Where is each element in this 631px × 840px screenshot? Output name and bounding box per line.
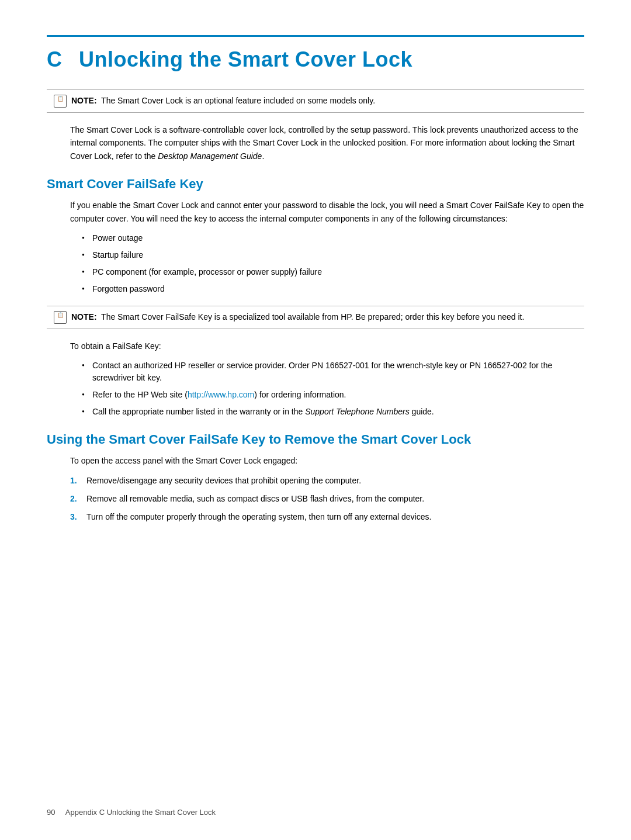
- intro-italic: Desktop Management Guide: [158, 151, 262, 161]
- obtain-italic: Support Telephone Numbers: [305, 407, 410, 416]
- list-item: Call the appropriate number listed in th…: [82, 406, 584, 418]
- obtain-bullet-list: Contact an authorized HP reseller or ser…: [82, 359, 584, 418]
- section2-heading: Using the Smart Cover FailSafe Key to Re…: [47, 432, 584, 447]
- note-icon-1: 📋: [54, 95, 67, 108]
- chapter-letter: C: [47, 47, 63, 71]
- section1-intro: If you enable the Smart Cover Lock and c…: [70, 199, 584, 225]
- list-item: Refer to the HP Web site (http://www.hp.…: [82, 389, 584, 401]
- chapter-heading: C Unlocking the Smart Cover Lock: [47, 47, 584, 72]
- note-text-1: NOTE: The Smart Cover Lock is an optiona…: [71, 95, 375, 107]
- footer-text: Appendix C Unlocking the Smart Cover Loc…: [65, 808, 216, 817]
- intro-paragraph: The Smart Cover Lock is a software-contr…: [70, 123, 584, 163]
- note-box-1: 📋 NOTE: The Smart Cover Lock is an optio…: [47, 89, 584, 113]
- obtain-label: To obtain a FailSafe Key:: [70, 340, 584, 352]
- note-box-2: 📋 NOTE: The Smart Cover FailSafe Key is …: [47, 306, 584, 329]
- hp-url-link[interactable]: http://www.hp.com: [188, 390, 254, 399]
- list-item: PC component (for example, processor or …: [82, 266, 584, 278]
- list-item: Turn off the computer properly through t…: [70, 511, 584, 523]
- chapter-title-text: Unlocking the Smart Cover Lock: [79, 47, 412, 71]
- page-footer: 90 Appendix C Unlocking the Smart Cover …: [47, 808, 216, 817]
- list-item: Remove all removable media, such as comp…: [70, 493, 584, 505]
- page: C Unlocking the Smart Cover Lock 📋 NOTE:…: [0, 0, 631, 840]
- note-icon-2: 📋: [54, 311, 67, 324]
- footer-page-number: 90: [47, 808, 55, 817]
- list-item: Startup failure: [82, 249, 584, 261]
- list-item: Contact an authorized HP reseller or ser…: [82, 359, 584, 384]
- section1-heading: Smart Cover FailSafe Key: [47, 177, 584, 192]
- list-item: Remove/disengage any security devices th…: [70, 475, 584, 487]
- section1-bullet-list: Power outage Startup failure PC componen…: [82, 232, 584, 295]
- note-text-2: NOTE: The Smart Cover FailSafe Key is a …: [71, 311, 524, 323]
- section2-steps-list: Remove/disengage any security devices th…: [70, 475, 584, 523]
- section2-intro: To open the access panel with the Smart …: [70, 454, 584, 467]
- chapter-title-block: C Unlocking the Smart Cover Lock: [47, 35, 584, 72]
- list-item: Power outage: [82, 232, 584, 244]
- list-item: Forgotten password: [82, 283, 584, 295]
